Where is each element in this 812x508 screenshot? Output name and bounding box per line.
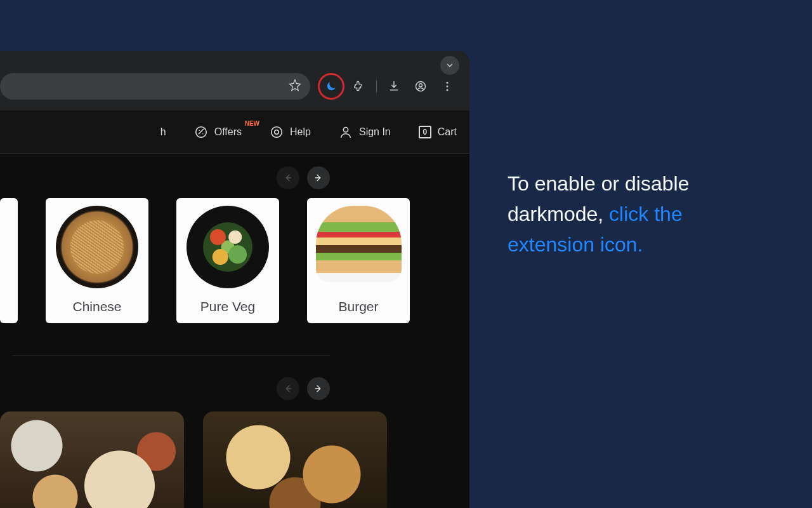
- category-carousel-nav: [13, 154, 330, 198]
- svg-point-3: [447, 85, 449, 87]
- cart-count-box: 0: [419, 126, 431, 138]
- category-label: Chinese: [72, 299, 121, 314]
- downloads-button[interactable]: [382, 74, 406, 98]
- restaurant-card[interactable]: [203, 411, 387, 508]
- restaurant-carousel: [0, 411, 457, 508]
- category-carousel: Chinese Pure Veg Burger: [13, 198, 457, 342]
- restaurant-prev-button[interactable]: [277, 377, 299, 400]
- nav-signin-label: Sign In: [359, 126, 391, 138]
- nav-cart[interactable]: 0 Cart: [419, 126, 457, 138]
- nav-cart-label: Cart: [438, 126, 457, 138]
- restaurant-next-button[interactable]: [307, 377, 330, 400]
- content-area: Chinese Pure Veg Burger: [0, 154, 469, 508]
- arrow-right-icon: [313, 173, 324, 183]
- svg-point-2: [447, 81, 449, 83]
- browser-chrome: [0, 51, 469, 110]
- arrow-left-icon: [283, 384, 293, 394]
- svg-point-7: [275, 130, 278, 133]
- category-prev-button[interactable]: [277, 166, 299, 189]
- extension-darkmode-button[interactable]: [318, 73, 344, 100]
- category-card-chinese[interactable]: Chinese: [46, 198, 148, 323]
- address-bar[interactable]: [0, 73, 310, 100]
- category-card-partial[interactable]: [0, 198, 18, 323]
- account-icon: [414, 80, 427, 93]
- extensions-button[interactable]: [347, 74, 371, 98]
- nav-search-partial: h: [160, 126, 166, 138]
- puzzle-icon: [353, 80, 365, 93]
- svg-point-4: [447, 89, 449, 91]
- kebab-menu-icon: [441, 80, 454, 93]
- svg-point-1: [419, 83, 422, 86]
- category-image-chinese: [56, 206, 138, 288]
- toolbar-row: [0, 72, 459, 100]
- nav-help[interactable]: Help: [270, 125, 311, 139]
- offers-icon: [194, 125, 208, 139]
- profile-button[interactable]: [409, 74, 433, 98]
- instruction-text: To enable or disable darkmode, click the…: [508, 168, 774, 260]
- arrow-left-icon: [283, 173, 293, 183]
- bookmark-button[interactable]: [289, 79, 301, 94]
- nav-help-label: Help: [290, 126, 311, 138]
- chevron-down-icon: [445, 61, 454, 70]
- category-card-burger[interactable]: Burger: [307, 198, 410, 323]
- svg-point-6: [272, 126, 282, 137]
- restaurant-card[interactable]: [0, 411, 184, 508]
- category-image-burger: [316, 206, 402, 282]
- nav-signin[interactable]: Sign In: [339, 125, 391, 139]
- category-card-pure-veg[interactable]: Pure Veg: [176, 198, 279, 323]
- category-next-button[interactable]: [307, 166, 330, 189]
- browser-menu-button[interactable]: [435, 74, 459, 98]
- browser-window: h Offers NEW Help Sign In 0 Cart: [0, 51, 469, 508]
- svg-point-8: [343, 127, 348, 131]
- site-nav: h Offers NEW Help Sign In 0 Cart: [0, 110, 469, 154]
- help-icon: [270, 125, 284, 139]
- moon-icon: [325, 80, 337, 93]
- nav-offers[interactable]: Offers NEW: [194, 125, 242, 139]
- category-label: Burger: [338, 299, 378, 314]
- nav-offers-label: Offers: [214, 126, 242, 138]
- cart-count: 0: [422, 128, 427, 137]
- user-icon: [339, 125, 353, 139]
- arrow-right-icon: [313, 384, 324, 394]
- nav-offers-badge: NEW: [245, 120, 259, 127]
- star-icon: [289, 79, 301, 91]
- category-image-pure-veg: [187, 206, 269, 288]
- download-icon: [388, 80, 400, 93]
- toolbar-divider: [376, 80, 377, 93]
- category-label: Pure Veg: [200, 299, 255, 314]
- restaurant-carousel-nav: [13, 356, 330, 411]
